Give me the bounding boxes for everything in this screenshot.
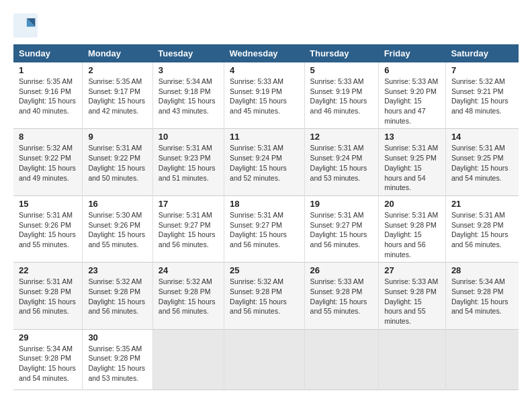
logo — [13, 13, 42, 38]
calendar-cell — [152, 329, 224, 390]
calendar-cell: 9 Sunrise: 5:31 AM Sunset: 9:22 PM Dayli… — [83, 129, 152, 195]
calendar-cell — [304, 329, 379, 390]
day-info: Sunrise: 5:30 AM Sunset: 9:26 PM Dayligh… — [88, 210, 146, 250]
day-number: 7 — [451, 65, 513, 75]
day-info: Sunrise: 5:31 AM Sunset: 9:28 PM Dayligh… — [384, 210, 440, 259]
col-monday: Monday — [83, 44, 152, 62]
calendar-cell: 23 Sunrise: 5:32 AM Sunset: 9:28 PM Dayl… — [83, 263, 152, 329]
calendar-cell: 2 Sunrise: 5:35 AM Sunset: 9:17 PM Dayli… — [83, 62, 152, 129]
calendar-cell: 30 Sunrise: 5:35 AM Sunset: 9:28 PM Dayl… — [83, 329, 152, 390]
day-info: Sunrise: 5:33 AM Sunset: 9:20 PM Dayligh… — [384, 77, 440, 126]
calendar-cell: 5 Sunrise: 5:33 AM Sunset: 9:19 PM Dayli… — [304, 62, 379, 129]
calendar-cell: 15 Sunrise: 5:31 AM Sunset: 9:26 PM Dayl… — [13, 195, 83, 262]
calendar-cell: 21 Sunrise: 5:31 AM Sunset: 9:28 PM Dayl… — [445, 195, 519, 262]
day-info: Sunrise: 5:31 AM Sunset: 9:27 PM Dayligh… — [159, 210, 218, 250]
calendar-cell: 10 Sunrise: 5:31 AM Sunset: 9:23 PM Dayl… — [152, 129, 224, 195]
calendar-cell: 28 Sunrise: 5:34 AM Sunset: 9:28 PM Dayl… — [445, 263, 519, 329]
day-info: Sunrise: 5:32 AM Sunset: 9:21 PM Dayligh… — [451, 77, 513, 116]
day-info: Sunrise: 5:32 AM Sunset: 9:28 PM Dayligh… — [230, 277, 298, 316]
calendar-cell: 26 Sunrise: 5:33 AM Sunset: 9:28 PM Dayl… — [304, 263, 379, 329]
day-info: Sunrise: 5:32 AM Sunset: 9:22 PM Dayligh… — [19, 143, 77, 183]
day-info: Sunrise: 5:35 AM Sunset: 9:17 PM Dayligh… — [88, 77, 146, 116]
day-number: 13 — [384, 132, 440, 142]
day-info: Sunrise: 5:34 AM Sunset: 9:28 PM Dayligh… — [451, 277, 513, 316]
calendar-cell: 19 Sunrise: 5:31 AM Sunset: 9:27 PM Dayl… — [304, 195, 379, 262]
day-info: Sunrise: 5:31 AM Sunset: 9:24 PM Dayligh… — [230, 143, 298, 183]
calendar-week-row: 8 Sunrise: 5:32 AM Sunset: 9:22 PM Dayli… — [13, 129, 519, 195]
calendar-cell: 27 Sunrise: 5:33 AM Sunset: 9:28 PM Dayl… — [379, 263, 446, 329]
day-info: Sunrise: 5:34 AM Sunset: 9:28 PM Dayligh… — [19, 344, 77, 383]
day-number: 26 — [310, 265, 373, 275]
logo-icon — [13, 13, 38, 38]
day-number: 4 — [230, 65, 298, 75]
header — [13, 13, 519, 38]
day-number: 30 — [88, 332, 146, 342]
day-number: 21 — [451, 199, 513, 209]
day-number: 12 — [310, 132, 373, 142]
day-info: Sunrise: 5:31 AM Sunset: 9:28 PM Dayligh… — [451, 210, 513, 250]
calendar-cell: 25 Sunrise: 5:32 AM Sunset: 9:28 PM Dayl… — [224, 263, 304, 329]
col-thursday: Thursday — [304, 44, 379, 62]
calendar-cell: 14 Sunrise: 5:31 AM Sunset: 9:25 PM Dayl… — [445, 129, 519, 195]
day-number: 20 — [384, 199, 440, 209]
day-number: 16 — [88, 199, 146, 209]
calendar-cell: 6 Sunrise: 5:33 AM Sunset: 9:20 PM Dayli… — [379, 62, 446, 129]
col-sunday: Sunday — [13, 44, 83, 62]
calendar-cell: 13 Sunrise: 5:31 AM Sunset: 9:25 PM Dayl… — [379, 129, 446, 195]
calendar-cell: 17 Sunrise: 5:31 AM Sunset: 9:27 PM Dayl… — [152, 195, 224, 262]
calendar-table: Sunday Monday Tuesday Wednesday Thursday… — [13, 44, 519, 390]
calendar-cell: 18 Sunrise: 5:31 AM Sunset: 9:27 PM Dayl… — [224, 195, 304, 262]
calendar-week-row: 1 Sunrise: 5:35 AM Sunset: 9:16 PM Dayli… — [13, 62, 519, 129]
day-number: 27 — [384, 265, 440, 275]
day-info: Sunrise: 5:31 AM Sunset: 9:27 PM Dayligh… — [310, 210, 373, 250]
calendar-week-row: 29 Sunrise: 5:34 AM Sunset: 9:28 PM Dayl… — [13, 329, 519, 390]
calendar-week-row: 22 Sunrise: 5:31 AM Sunset: 9:28 PM Dayl… — [13, 263, 519, 329]
day-number: 23 — [88, 265, 146, 275]
day-number: 5 — [310, 65, 373, 75]
calendar-cell: 20 Sunrise: 5:31 AM Sunset: 9:28 PM Dayl… — [379, 195, 446, 262]
calendar-cell — [379, 329, 446, 390]
calendar-cell: 7 Sunrise: 5:32 AM Sunset: 9:21 PM Dayli… — [445, 62, 519, 129]
day-info: Sunrise: 5:32 AM Sunset: 9:28 PM Dayligh… — [159, 277, 218, 316]
col-wednesday: Wednesday — [224, 44, 304, 62]
day-number: 8 — [19, 132, 77, 142]
day-info: Sunrise: 5:35 AM Sunset: 9:28 PM Dayligh… — [88, 344, 146, 383]
calendar-cell: 3 Sunrise: 5:34 AM Sunset: 9:18 PM Dayli… — [152, 62, 224, 129]
day-info: Sunrise: 5:31 AM Sunset: 9:22 PM Dayligh… — [88, 143, 146, 183]
calendar-cell: 29 Sunrise: 5:34 AM Sunset: 9:28 PM Dayl… — [13, 329, 83, 390]
day-info: Sunrise: 5:34 AM Sunset: 9:18 PM Dayligh… — [159, 77, 218, 116]
day-info: Sunrise: 5:31 AM Sunset: 9:27 PM Dayligh… — [230, 210, 298, 250]
day-number: 6 — [384, 65, 440, 75]
day-info: Sunrise: 5:33 AM Sunset: 9:28 PM Dayligh… — [310, 277, 373, 316]
calendar-cell — [445, 329, 519, 390]
col-friday: Friday — [379, 44, 446, 62]
day-number: 3 — [159, 65, 218, 75]
col-tuesday: Tuesday — [152, 44, 224, 62]
calendar-cell: 4 Sunrise: 5:33 AM Sunset: 9:19 PM Dayli… — [224, 62, 304, 129]
day-info: Sunrise: 5:31 AM Sunset: 9:24 PM Dayligh… — [310, 143, 373, 183]
calendar-cell: 12 Sunrise: 5:31 AM Sunset: 9:24 PM Dayl… — [304, 129, 379, 195]
day-number: 24 — [159, 265, 218, 275]
day-number: 19 — [310, 199, 373, 209]
col-saturday: Saturday — [445, 44, 519, 62]
calendar-cell: 8 Sunrise: 5:32 AM Sunset: 9:22 PM Dayli… — [13, 129, 83, 195]
day-info: Sunrise: 5:35 AM Sunset: 9:16 PM Dayligh… — [19, 77, 77, 116]
day-number: 25 — [230, 265, 298, 275]
calendar-cell: 24 Sunrise: 5:32 AM Sunset: 9:28 PM Dayl… — [152, 263, 224, 329]
calendar-header-row: Sunday Monday Tuesday Wednesday Thursday… — [13, 44, 519, 62]
calendar-cell: 11 Sunrise: 5:31 AM Sunset: 9:24 PM Dayl… — [224, 129, 304, 195]
day-number: 22 — [19, 265, 77, 275]
day-number: 29 — [19, 332, 77, 342]
day-number: 28 — [451, 265, 513, 275]
day-info: Sunrise: 5:31 AM Sunset: 9:25 PM Dayligh… — [451, 143, 513, 183]
day-info: Sunrise: 5:31 AM Sunset: 9:28 PM Dayligh… — [19, 277, 77, 316]
calendar-cell — [224, 329, 304, 390]
calendar-week-row: 15 Sunrise: 5:31 AM Sunset: 9:26 PM Dayl… — [13, 195, 519, 262]
day-number: 17 — [159, 199, 218, 209]
calendar-cell: 16 Sunrise: 5:30 AM Sunset: 9:26 PM Dayl… — [83, 195, 152, 262]
day-number: 10 — [159, 132, 218, 142]
day-number: 9 — [88, 132, 146, 142]
day-info: Sunrise: 5:33 AM Sunset: 9:19 PM Dayligh… — [310, 77, 373, 116]
day-number: 1 — [19, 65, 77, 75]
day-number: 11 — [230, 132, 298, 142]
